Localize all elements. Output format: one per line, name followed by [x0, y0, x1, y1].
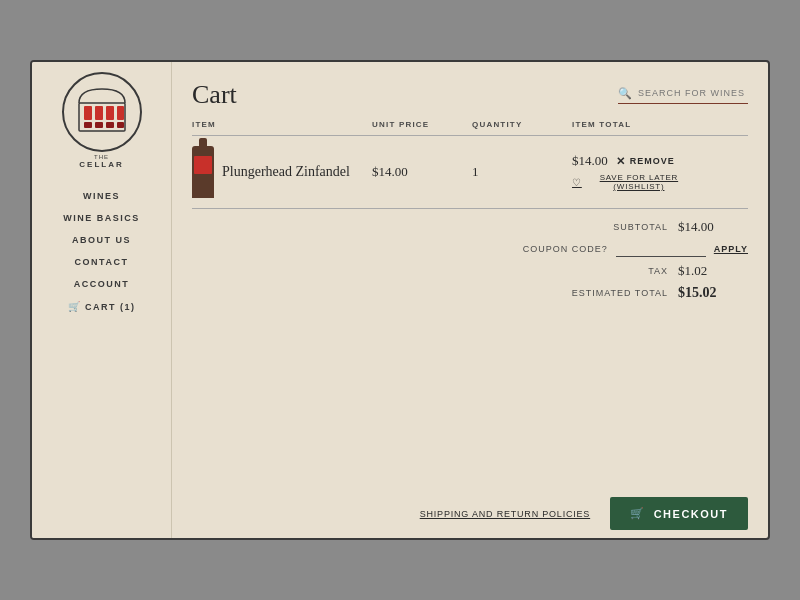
coupon-row: COUPON CODE? APPLY: [408, 241, 748, 257]
checkout-cart-icon: 🛒: [630, 507, 646, 520]
logo[interactable]: [62, 72, 142, 152]
remove-area: $14.00 ✕ REMOVE ♡ SAVE FOR LATER (WISHLI…: [572, 153, 692, 191]
product-row: Plungerhead Zinfandel $14.00 1 $14.00 ✕ …: [192, 146, 748, 198]
shipping-policies-link[interactable]: SHIPPING AND RETURN POLICIES: [420, 509, 590, 519]
col-item: ITEM: [192, 120, 372, 129]
item-total-value: $14.00: [572, 153, 608, 169]
estimated-total-label: ESTIMATED TOTAL: [408, 288, 668, 298]
subtotal-label: SUBTOTAL: [408, 222, 668, 232]
logo-text: THE CELLAR: [79, 154, 123, 169]
heart-icon: ♡: [572, 177, 582, 188]
tax-value: $1.02: [678, 263, 748, 279]
main-window: THE CELLAR WINES WINE BASICS ABOUT US CO…: [30, 60, 770, 540]
sidebar-item-about-us[interactable]: ABOUT US: [32, 229, 171, 251]
tax-row: TAX $1.02: [408, 263, 748, 279]
tax-label: TAX: [408, 266, 668, 276]
table-header: ITEM UNIT PRICE QUANTITY ITEM TOTAL: [192, 120, 748, 136]
col-quantity: QUANTITY: [472, 120, 572, 129]
unit-price-value: $14.00: [372, 164, 472, 180]
svg-rect-4: [117, 106, 124, 120]
main-content: Cart 🔍 ITEM UNIT PRICE QUANTITY ITEM TOT…: [172, 62, 768, 538]
sidebar-item-wine-basics[interactable]: WINE BASICS: [32, 207, 171, 229]
top-bar: Cart 🔍: [172, 62, 768, 110]
svg-rect-7: [106, 122, 114, 128]
totals-section: SUBTOTAL $14.00 COUPON CODE? APPLY TAX $…: [172, 213, 768, 307]
quantity-value: 1: [472, 164, 572, 180]
sidebar-item-wines[interactable]: WINES: [32, 185, 171, 207]
estimated-total-value: $15.02: [678, 285, 748, 301]
remove-x-icon: ✕: [616, 155, 626, 168]
product-cell: Plungerhead Zinfandel: [192, 146, 372, 198]
logo-svg: [71, 81, 133, 143]
coupon-input[interactable]: [616, 241, 706, 257]
svg-rect-5: [84, 122, 92, 128]
estimated-total-row: ESTIMATED TOTAL $15.02: [408, 285, 748, 301]
col-item-total: ITEM TOTAL: [572, 120, 692, 129]
svg-rect-3: [106, 106, 114, 120]
remove-button[interactable]: ✕ REMOVE: [616, 155, 675, 168]
table-row: Plungerhead Zinfandel $14.00 1 $14.00 ✕ …: [192, 136, 748, 209]
search-input[interactable]: [638, 88, 748, 98]
cart-table: ITEM UNIT PRICE QUANTITY ITEM TOTAL Plun…: [172, 110, 768, 213]
search-area[interactable]: 🔍: [618, 87, 748, 104]
sidebar-item-contact[interactable]: CONTACT: [32, 251, 171, 273]
page-title: Cart: [192, 80, 237, 110]
cart-icon: 🛒: [68, 301, 82, 312]
subtotal-row: SUBTOTAL $14.00: [408, 219, 748, 235]
sidebar-item-account[interactable]: ACCOUNT: [32, 273, 171, 295]
svg-rect-6: [95, 122, 103, 128]
svg-rect-8: [117, 122, 124, 128]
save-for-later-button[interactable]: ♡ SAVE FOR LATER (WISHLIST): [572, 173, 692, 191]
svg-rect-1: [84, 106, 92, 120]
checkout-button[interactable]: 🛒 CHECKOUT: [610, 497, 748, 530]
product-image: [192, 146, 214, 198]
subtotal-value: $14.00: [678, 219, 748, 235]
bottom-actions: SHIPPING AND RETURN POLICIES 🛒 CHECKOUT: [172, 489, 768, 538]
sidebar-item-cart[interactable]: 🛒 CART (1): [32, 295, 171, 318]
coupon-label: COUPON CODE?: [408, 244, 608, 254]
sidebar: THE CELLAR WINES WINE BASICS ABOUT US CO…: [32, 62, 172, 538]
svg-rect-2: [95, 106, 103, 120]
col-unit-price: UNIT PRICE: [372, 120, 472, 129]
search-icon: 🔍: [618, 87, 632, 100]
product-name: Plungerhead Zinfandel: [222, 164, 350, 180]
apply-button[interactable]: APPLY: [714, 244, 748, 254]
